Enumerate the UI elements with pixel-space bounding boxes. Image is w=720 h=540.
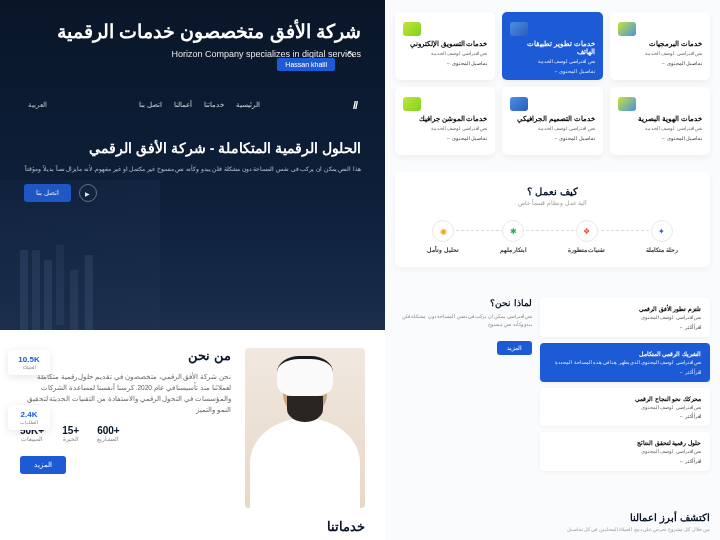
service-icon: [618, 22, 636, 36]
nav-work[interactable]: أعمالنا: [174, 101, 192, 109]
service-card-2[interactable]: خدمات التسويق الإلكترونينص افتراضي لوصف …: [395, 12, 495, 80]
service-desc: نص افتراضي لوصف الخدمة: [618, 51, 702, 57]
page-title-ar: شركة الأفق متخصصون خدمات الرقمية: [24, 20, 361, 43]
side-stat-orders: 2.4Kالطلبات: [8, 405, 50, 430]
why-card-1[interactable]: الشريك الرقمي المتكاملنص افتراضي لوصف ال…: [540, 343, 710, 382]
hero-body: هذا النص يمكن ان يركب في نفس المساحة دون…: [24, 165, 361, 175]
step-2: ✱ابتكار ملهم: [500, 220, 528, 253]
why-card-3[interactable]: حلول رقمية لتحقق النتائجنص افتراضي لوصف …: [540, 432, 710, 471]
author-tag: Hassan khalil: [277, 58, 335, 71]
service-card-4[interactable]: خدمات التصميم الجرافيكينص افتراضي لوصف ا…: [502, 87, 602, 155]
step-1: ❖تقنيات متطورة: [568, 220, 606, 253]
about-section: من نحن نحن شركة الأفق الرقمي، متخصصون في…: [0, 330, 385, 540]
service-title: خدمات التصميم الجرافيكي: [510, 115, 594, 123]
portfolio-section: اكتشف أبرز اعمالنا من خلال كل مشروع نحرص…: [395, 512, 710, 532]
service-cards-grid: خدمات البرمجياتنص افتراضي لوصف الخدمةتفا…: [395, 12, 710, 155]
logo[interactable]: //: [353, 99, 357, 111]
why-card-0[interactable]: تلتزم تطور الأفق الرقمينص افتراضي لوصف ا…: [540, 298, 710, 337]
why-card-title: حلول رقمية لتحقق النتائج: [549, 439, 701, 446]
why-heading: لماذا نحن؟: [395, 298, 532, 308]
nav-services[interactable]: خدماتنا: [204, 101, 224, 109]
service-icon: [510, 97, 528, 111]
cursor-icon: ↖: [347, 48, 355, 59]
about-body: نحن شركة الأفق الرقمي، متخصصون في تقديم …: [20, 371, 231, 415]
stat-projects: +600المشاريع: [97, 425, 120, 442]
service-link[interactable]: تفاصيل المحتوى ←: [403, 136, 487, 141]
city-illustration: [0, 180, 160, 330]
service-desc: نص افتراضي لوصف الخدمة: [403, 126, 487, 132]
service-desc: نص افتراضي لوصف الخدمة: [403, 51, 487, 57]
why-card-title: محركك نحو النجاح الرقمي: [549, 395, 701, 402]
portfolio-heading: اكتشف أبرز اعمالنا: [395, 512, 710, 523]
how-subtitle: آلية عمل ونظام قسماً خاص: [407, 200, 698, 206]
step-label: تقنيات متطورة: [568, 247, 606, 253]
service-card-3[interactable]: خدمات الهوية البصريةنص افتراضي لوصف الخد…: [610, 87, 710, 155]
service-link[interactable]: تفاصيل المحتوى ←: [618, 61, 702, 66]
service-title: خدمات البرمجيات: [618, 40, 702, 48]
why-card-2[interactable]: محركك نحو النجاح الرقمينص افتراضي لوصف ا…: [540, 388, 710, 427]
why-body: نص افتراضي يمكن ان يركب في نفس المساحة د…: [395, 312, 532, 328]
step-label: ابتكار ملهم: [500, 247, 528, 253]
language-switch[interactable]: العربية: [28, 101, 47, 109]
nav-contact[interactable]: اتصل بنا: [139, 101, 162, 109]
hero-section: شركة الأفق متخصصون خدمات الرقمية Horizon…: [0, 0, 385, 330]
step-label: تحليل وتأمل: [427, 247, 459, 253]
why-us-section: تلتزم تطور الأفق الرقمينص افتراضي لوصف ا…: [395, 298, 710, 471]
service-icon: [403, 97, 421, 111]
how-we-work: كيف نعمل ؟ آلية عمل ونظام قسماً خاص ✦رحل…: [395, 172, 710, 267]
step-0: ✦رحلة متكاملة: [646, 220, 678, 253]
why-card-title: تلتزم تطور الأفق الرقمي: [549, 305, 701, 312]
service-desc: نص افتراضي لوصف الخدمة: [618, 126, 702, 132]
service-card-0[interactable]: خدمات البرمجياتنص افتراضي لوصف الخدمةتفا…: [610, 12, 710, 80]
step-icon: ✱: [502, 220, 524, 242]
service-link[interactable]: تفاصيل المحتوى ←: [403, 61, 487, 66]
service-link[interactable]: تفاصيل المحتوى ←: [618, 136, 702, 141]
service-link[interactable]: تفاصيل المحتوى ←: [510, 69, 594, 74]
why-card-desc: نص افتراضي لوصف المحتوى: [549, 315, 701, 322]
why-more-button[interactable]: المزيد: [497, 341, 532, 355]
step-icon: ❖: [576, 220, 598, 242]
service-title: خدمات تطوير تطبيقات الهاتف: [510, 40, 594, 56]
service-icon: [510, 22, 528, 36]
why-card-link[interactable]: اقرأ أكثر ←: [549, 370, 701, 375]
why-card-link[interactable]: اقرأ أكثر ←: [549, 414, 701, 419]
why-card-link[interactable]: اقرأ أكثر ←: [549, 459, 701, 464]
founder-photo: [245, 348, 365, 508]
step-icon: ✦: [651, 220, 673, 242]
service-desc: نص افتراضي لوصف الخدمة: [510, 59, 594, 65]
service-card-1[interactable]: خدمات تطوير تطبيقات الهاتفنص افتراضي لوص…: [502, 12, 602, 80]
service-icon: [403, 22, 421, 36]
portfolio-sub: من خلال كل مشروع نحرص على دمج العملاء ال…: [395, 526, 710, 532]
service-link[interactable]: تفاصيل المحتوى ←: [510, 136, 594, 141]
step-3: ◉تحليل وتأمل: [427, 220, 459, 253]
why-card-link[interactable]: اقرأ أكثر ←: [549, 325, 701, 330]
why-card-desc: نص افتراضي لوصف المحتوى: [549, 405, 701, 412]
why-card-desc: نص افتراضي لوصف المحتوى: [549, 449, 701, 456]
nav-home[interactable]: الرئيسية: [236, 101, 260, 109]
step-label: رحلة متكاملة: [646, 247, 678, 253]
service-title: خدمات الموشن جرافيك: [403, 115, 487, 123]
why-card-title: الشريك الرقمي المتكامل: [549, 350, 701, 357]
service-icon: [618, 97, 636, 111]
hero-headline: الحلول الرقمية المتكاملة - شركة الأفق ال…: [24, 139, 361, 159]
service-title: خدمات الهوية البصرية: [618, 115, 702, 123]
navbar: // الرئيسية خدماتنا أعمالنا اتصل بنا الع…: [24, 99, 361, 111]
service-card-5[interactable]: خدمات الموشن جرافيكنص افتراضي لوصف الخدم…: [395, 87, 495, 155]
how-heading: كيف نعمل ؟: [407, 186, 698, 197]
services-heading: خدماتنا: [327, 519, 365, 534]
side-stat-clients: 10.5Kالعملاء: [8, 350, 50, 375]
stat-experience: +15الخبرة: [62, 425, 79, 442]
service-desc: نص افتراضي لوصف الخدمة: [510, 126, 594, 132]
why-card-desc: نص افتراضي لوصف المحتوى الذي يظهر هنا في…: [549, 360, 701, 367]
about-more-button[interactable]: المزيد: [20, 456, 66, 474]
about-heading: من نحن: [20, 348, 231, 363]
step-icon: ◉: [432, 220, 454, 242]
service-title: خدمات التسويق الإلكتروني: [403, 40, 487, 48]
